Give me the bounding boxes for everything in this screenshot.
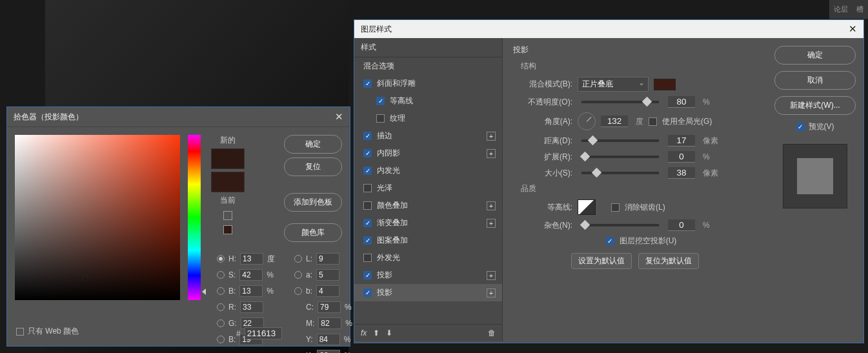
bb-radio[interactable]	[217, 336, 225, 343]
bevel-item[interactable]: 斜面和浮雕	[354, 75, 502, 92]
spread-slider[interactable]	[581, 156, 659, 158]
size-input[interactable]	[668, 167, 695, 179]
global-light-label: 使用全局光(G)	[662, 116, 712, 127]
add-icon[interactable]: +	[487, 219, 496, 228]
blend-mode-select[interactable]: 正片叠底	[578, 77, 649, 92]
gradient-overlay-item[interactable]: 渐变叠加+	[354, 214, 502, 232]
checkbox-icon[interactable]	[363, 201, 372, 210]
c-input[interactable]	[318, 301, 341, 313]
distance-slider[interactable]	[581, 139, 659, 142]
h-radio[interactable]	[217, 255, 225, 263]
distance-input[interactable]	[668, 135, 695, 146]
checkbox-icon[interactable]	[363, 271, 372, 279]
inner-glow-item[interactable]: 内发光	[354, 162, 502, 179]
a-radio[interactable]	[294, 271, 302, 279]
add-icon[interactable]: +	[487, 132, 496, 141]
contour-picker[interactable]	[578, 199, 596, 215]
r-input[interactable]	[240, 301, 263, 313]
spread-input[interactable]	[668, 151, 695, 163]
set-default-button[interactable]: 设置为默认值	[571, 253, 632, 269]
bv-input[interactable]	[239, 285, 263, 297]
cancel-button[interactable]: 取消	[774, 71, 856, 90]
color-overlay-item[interactable]: 颜色叠加+	[354, 197, 502, 214]
g-radio[interactable]	[217, 319, 225, 327]
noise-slider[interactable]	[581, 224, 659, 227]
current-color-swatch[interactable]	[211, 172, 245, 192]
color-library-button[interactable]: 颜色库	[284, 223, 342, 242]
texture-item[interactable]: 纹理	[354, 110, 502, 127]
m-input[interactable]	[318, 318, 341, 329]
close-icon[interactable]: ✕	[335, 111, 343, 123]
a-input[interactable]	[316, 269, 339, 281]
checkbox-icon[interactable]	[363, 288, 372, 297]
stroke-item[interactable]: 描边+	[354, 127, 502, 145]
new-color-swatch[interactable]	[211, 148, 245, 169]
labb-input[interactable]	[316, 285, 339, 297]
opacity-slider[interactable]	[581, 101, 659, 103]
angle-dial[interactable]	[578, 112, 596, 130]
opacity-input[interactable]	[668, 96, 695, 108]
ok-button[interactable]: 确定	[284, 135, 342, 154]
contour-item[interactable]: 等高线	[354, 92, 502, 110]
reset-default-button[interactable]: 复位为默认值	[638, 253, 699, 269]
web-only-checkbox[interactable]	[16, 328, 24, 336]
checkbox-icon[interactable]	[363, 79, 372, 88]
checkbox-icon[interactable]	[363, 254, 372, 262]
checkbox-icon[interactable]	[363, 149, 372, 157]
add-icon[interactable]: +	[487, 271, 496, 280]
picker-titlebar: 拾色器（投影颜色） ✕	[7, 107, 350, 127]
r-radio[interactable]	[217, 303, 225, 311]
h-input[interactable]	[240, 253, 263, 265]
add-swatch-button[interactable]: 添加到色板	[284, 193, 342, 212]
arrow-down-icon[interactable]: ⬇	[386, 328, 392, 338]
global-light-checkbox[interactable]	[649, 117, 657, 126]
tab-layers[interactable]: 论层	[834, 5, 848, 14]
lab-b-radio[interactable]	[294, 287, 302, 295]
checkbox-icon[interactable]	[363, 236, 372, 245]
b-radio[interactable]	[217, 287, 225, 295]
checkbox-icon[interactable]	[376, 97, 385, 105]
add-icon[interactable]: +	[487, 288, 496, 298]
y-input[interactable]	[317, 334, 340, 345]
outer-glow-item[interactable]: 外发光	[354, 249, 502, 267]
warning-color-icon[interactable]	[223, 225, 232, 234]
reset-button[interactable]: 复位	[284, 157, 342, 176]
add-icon[interactable]: +	[487, 201, 496, 210]
ok-button[interactable]: 确定	[774, 46, 856, 65]
trash-icon[interactable]: 🗑	[488, 328, 496, 338]
checkbox-icon[interactable]	[363, 184, 372, 192]
hex-input[interactable]	[245, 327, 282, 339]
antialias-checkbox[interactable]	[611, 203, 620, 212]
drop-shadow-item-1[interactable]: 投影+	[354, 267, 502, 284]
blend-mode-label: 混合模式(B):	[526, 79, 572, 90]
checkbox-icon[interactable]	[376, 114, 385, 123]
add-icon[interactable]: +	[487, 149, 496, 158]
shadow-color-swatch[interactable]	[654, 79, 676, 90]
checkbox-icon[interactable]	[363, 219, 372, 227]
l-radio[interactable]	[294, 255, 302, 263]
tab-channels[interactable]: 槽	[856, 5, 863, 14]
checkbox-icon[interactable]	[363, 166, 372, 175]
knockout-checkbox[interactable]	[606, 237, 614, 245]
l-input[interactable]	[316, 253, 339, 265]
s-input[interactable]	[239, 269, 263, 281]
k-input[interactable]	[317, 350, 340, 353]
angle-input[interactable]	[601, 116, 628, 127]
inner-shadow-item[interactable]: 内阴影+	[354, 145, 502, 162]
new-style-button[interactable]: 新建样式(W)...	[774, 96, 856, 115]
arrow-up-icon[interactable]: ⬆	[373, 328, 379, 338]
cube-icon[interactable]	[223, 211, 232, 220]
color-field[interactable]	[15, 135, 180, 300]
noise-input[interactable]	[668, 219, 695, 231]
effect-settings: 投影 结构 混合模式(B): 正片叠底 不透明度(O): % 角度(A): 度 …	[503, 38, 767, 341]
hue-slider[interactable]	[188, 135, 201, 300]
blend-options-item[interactable]: 混合选项	[354, 57, 502, 75]
checkbox-icon[interactable]	[363, 132, 372, 140]
size-slider[interactable]	[581, 172, 659, 174]
close-icon[interactable]: ✕	[849, 23, 857, 35]
pattern-overlay-item[interactable]: 图案叠加	[354, 232, 502, 249]
s-radio[interactable]	[217, 271, 225, 279]
drop-shadow-item-2[interactable]: 投影+	[354, 284, 502, 301]
satin-item[interactable]: 光泽	[354, 179, 502, 197]
preview-checkbox[interactable]	[796, 123, 805, 131]
